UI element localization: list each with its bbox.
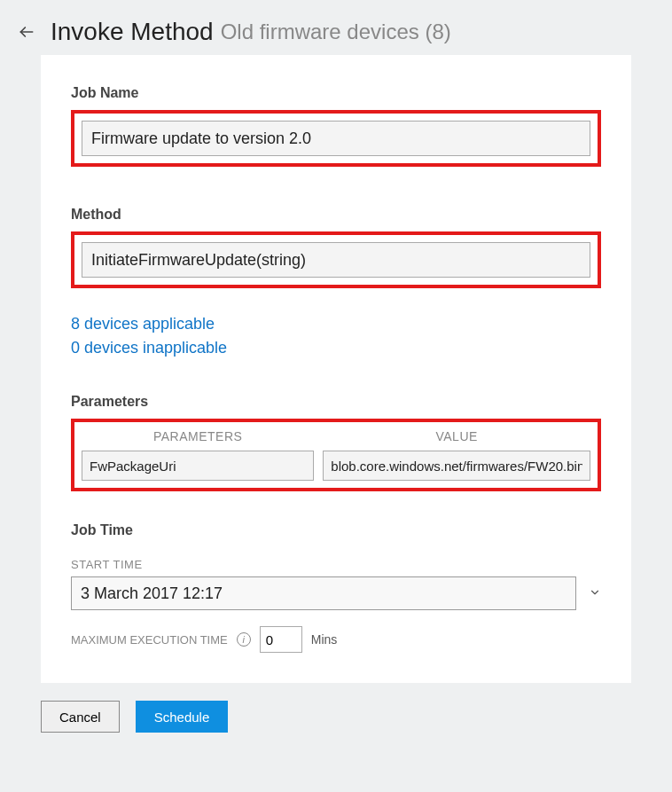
page-subtitle: Old firmware devices (8) (221, 20, 451, 44)
back-arrow-icon[interactable] (16, 21, 37, 43)
devices-applicable-link[interactable]: 8 devices applicable (71, 315, 601, 333)
param-name-input[interactable] (82, 451, 314, 481)
devices-inapplicable-link[interactable]: 0 devices inapplicable (71, 339, 601, 357)
mins-label: Mins (311, 632, 338, 647)
parameters-highlight: PARAMETERS VALUE (71, 419, 601, 491)
chevron-down-icon[interactable] (589, 586, 601, 601)
method-label: Method (71, 207, 601, 223)
method-input[interactable] (82, 242, 590, 278)
cancel-button[interactable]: Cancel (41, 701, 120, 733)
schedule-button[interactable]: Schedule (136, 701, 229, 733)
param-col-header-value: VALUE (323, 429, 590, 443)
start-time-label: START TIME (71, 558, 601, 571)
job-name-input[interactable] (82, 121, 590, 156)
parameters-label: Parameters (71, 394, 601, 410)
job-name-highlight (71, 110, 601, 167)
param-col-header-name: PARAMETERS (82, 429, 314, 443)
max-exec-label: MAXIMUM EXECUTION TIME (71, 633, 228, 647)
param-value-input[interactable] (323, 451, 590, 481)
form-panel: Job Name Method 8 devices applicable 0 d… (41, 55, 631, 683)
max-exec-input[interactable] (260, 626, 302, 653)
info-icon[interactable]: i (237, 632, 251, 647)
job-time-label: Job Time (71, 522, 601, 538)
method-highlight (71, 231, 601, 288)
page-title: Invoke Method (51, 18, 214, 46)
job-name-label: Job Name (71, 85, 601, 101)
start-time-dropdown[interactable] (71, 576, 576, 610)
